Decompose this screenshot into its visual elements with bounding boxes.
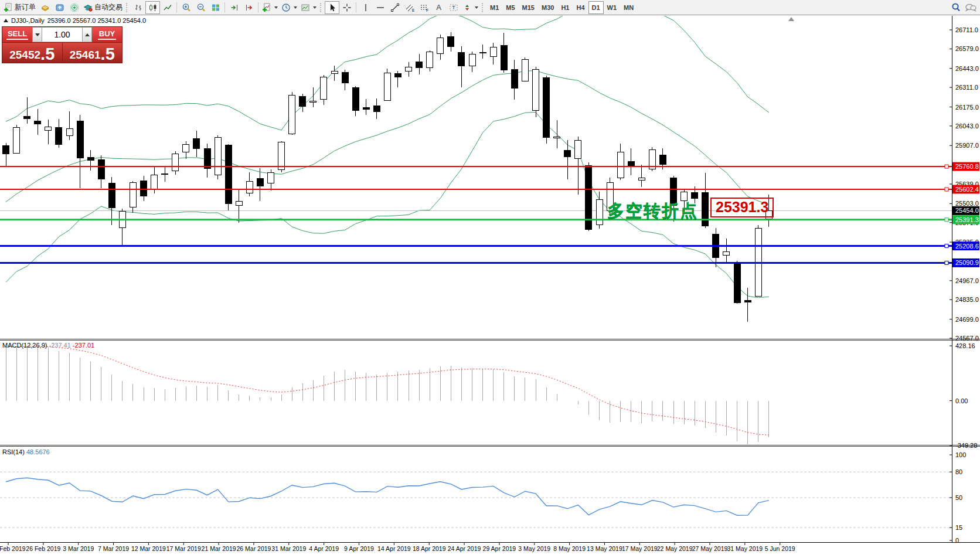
date-tick-label: 24 Apr 2019 xyxy=(448,545,481,552)
text-tool-button[interactable]: A xyxy=(431,1,446,14)
hline-handle[interactable] xyxy=(945,244,948,248)
new-order-button[interactable]: 新订单 xyxy=(2,1,38,14)
timeframe-h4-button[interactable]: H4 xyxy=(573,1,588,14)
candlestick-icon xyxy=(148,3,158,12)
history-book-button[interactable] xyxy=(38,1,52,14)
pivot-annotation-value[interactable]: 25391.3 xyxy=(710,198,774,217)
date-tick-label: 26 Mar 2019 xyxy=(236,545,271,552)
indicators-button[interactable] xyxy=(260,1,280,14)
pivot-annotation-text[interactable]: 多空转折点 xyxy=(607,199,698,223)
periods-button[interactable] xyxy=(280,1,299,14)
date-tick-label: 29 Apr 2019 xyxy=(483,545,516,552)
hline-handle[interactable] xyxy=(945,218,948,222)
buy-price[interactable]: 25461.5 xyxy=(63,43,122,63)
macd-tick-label: -349.28 xyxy=(955,442,977,449)
community-chat-button[interactable] xyxy=(963,1,978,14)
search-button[interactable] xyxy=(948,1,963,14)
date-tick-label: 17 May 2019 xyxy=(622,545,658,552)
date-tick-label: 5 Jun 2019 xyxy=(765,545,795,552)
zoom-out-button[interactable] xyxy=(193,1,208,14)
price-tick-label: 24835.0 xyxy=(955,296,979,303)
volume-input[interactable] xyxy=(42,27,82,42)
rsi-line xyxy=(6,478,769,515)
toolbar-drag-handle[interactable] xyxy=(482,3,485,12)
price-tick-label: 25503.0 xyxy=(955,200,979,207)
timeframe-m5-button[interactable]: M5 xyxy=(502,1,518,14)
chart-symbol-period: DJ30-,Daily xyxy=(11,17,45,24)
templates-button[interactable] xyxy=(299,1,318,14)
autotrade-button[interactable]: 自动交易 xyxy=(81,1,124,14)
chart-canvas[interactable]: 26711.026579.026443.026311.026175.026043… xyxy=(0,0,980,558)
candles xyxy=(3,32,773,322)
timeframe-h1-button[interactable]: H1 xyxy=(557,1,573,14)
hline-handle[interactable] xyxy=(945,188,948,191)
arrows-tool-button[interactable] xyxy=(461,1,480,14)
text-label-icon: T xyxy=(449,3,458,12)
sell-button[interactable]: SELL xyxy=(2,27,32,42)
volume-increase-button[interactable] xyxy=(82,27,92,42)
hline-handle[interactable] xyxy=(945,261,948,264)
text-label-button[interactable]: T xyxy=(446,1,461,14)
zoom-in-button[interactable] xyxy=(179,1,193,14)
chart-title: DJ30-,Daily 25396.0 25567.0 25341.0 2545… xyxy=(4,17,146,24)
date-tick-label: 17 Mar 2019 xyxy=(166,545,201,552)
date-tick-label: 21 Feb 2019 xyxy=(0,545,26,552)
toolbar-drag-handle[interactable] xyxy=(126,3,129,12)
dropdown-caret-icon xyxy=(294,6,297,9)
text-tool-icon: A xyxy=(436,3,441,12)
equidistant-channel-button[interactable]: E xyxy=(402,1,417,14)
price-tick-label: 24967.0 xyxy=(955,277,979,284)
sell-price[interactable]: 25452.5 xyxy=(2,43,62,63)
date-tick-label: 31 May 2019 xyxy=(727,545,763,552)
trendline-button[interactable] xyxy=(387,1,402,14)
indicator-list-icon xyxy=(262,3,271,12)
timeframe-w1-button[interactable]: W1 xyxy=(604,1,621,14)
cursor-button[interactable] xyxy=(325,1,339,14)
svg-text:T: T xyxy=(452,5,455,11)
bar-chart-button[interactable] xyxy=(131,1,145,14)
timeframe-m1-button[interactable]: M1 xyxy=(486,1,502,14)
toolbar-separator xyxy=(356,2,356,13)
toolbar-drag-handle[interactable] xyxy=(320,3,323,12)
date-tick-label: 21 Mar 2019 xyxy=(202,545,236,552)
rsi-label: RSI(14) 48.5676 xyxy=(2,448,50,455)
buy-button[interactable]: BUY xyxy=(92,27,122,42)
hline-handle[interactable] xyxy=(945,165,948,168)
price-tick-label: 24567.0 xyxy=(955,335,979,342)
timeframe-m15-button[interactable]: M15 xyxy=(519,1,538,14)
horizontal-line-icon xyxy=(376,3,385,12)
date-tick-label: 4 Apr 2019 xyxy=(309,545,339,552)
arrows-tool-icon xyxy=(462,3,472,12)
candlestick-chart-button[interactable] xyxy=(145,1,160,14)
book-icon xyxy=(40,3,50,12)
new-order-icon xyxy=(4,3,13,12)
auto-scroll-button[interactable] xyxy=(227,1,241,14)
price-tick-label: 26043.0 xyxy=(955,123,979,130)
signals-button[interactable] xyxy=(67,1,81,14)
template-icon xyxy=(301,3,310,12)
trendline-icon xyxy=(390,3,400,12)
horizontal-line-button[interactable] xyxy=(373,1,387,14)
tile-windows-button[interactable] xyxy=(208,1,223,14)
chart-shift-marker[interactable] xyxy=(788,17,794,21)
search-icon xyxy=(951,2,961,13)
line-chart-button[interactable] xyxy=(160,1,175,14)
toolbar: 新订单 自动交易 xyxy=(0,0,980,15)
timeframe-m30-button[interactable]: M30 xyxy=(538,1,557,14)
price-marker-label: 25602.4 xyxy=(955,186,979,193)
vertical-line-button[interactable] xyxy=(358,1,373,14)
crosshair-button[interactable] xyxy=(339,1,354,14)
timeframe-d1-button[interactable]: D1 xyxy=(588,1,604,14)
dropdown-caret-icon xyxy=(313,6,317,9)
fibonacci-button[interactable]: F xyxy=(417,1,431,14)
chart-shift-button[interactable] xyxy=(241,1,256,14)
cursor-icon xyxy=(328,3,337,12)
date-tick-label: 3 May 2019 xyxy=(518,545,550,552)
volume-decrease-button[interactable] xyxy=(32,27,42,42)
publish-button[interactable] xyxy=(52,1,67,14)
zoom-out-icon xyxy=(196,3,206,12)
line-chart-icon xyxy=(163,3,172,12)
timeframe-mn-button[interactable]: MN xyxy=(620,1,637,14)
autotrade-hat-icon xyxy=(83,3,93,12)
crosshair-icon xyxy=(342,3,352,12)
